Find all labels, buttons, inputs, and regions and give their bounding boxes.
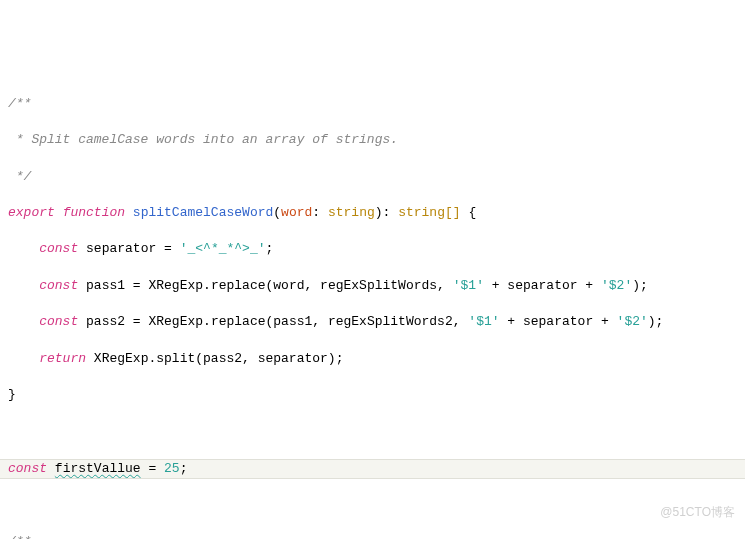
- code-line: const pass1 = XRegExp.replace(word, regE…: [8, 277, 737, 295]
- code-line: [8, 422, 737, 440]
- keyword-export: export: [8, 205, 55, 220]
- code-line: const pass2 = XRegExp.replace(pass1, reg…: [8, 313, 737, 331]
- param: word: [281, 205, 312, 220]
- code-line-highlighted: const firstVallue = 25;: [0, 459, 745, 479]
- code-line: export function splitCamelCaseWord(word:…: [8, 204, 737, 222]
- keyword-const: const: [39, 241, 78, 256]
- var-name: separator: [86, 241, 156, 256]
- keyword-function: function: [63, 205, 125, 220]
- comment: /**: [8, 534, 31, 539]
- keyword-const: const: [39, 278, 78, 293]
- code-line: /**: [8, 95, 737, 113]
- code-line: */: [8, 168, 737, 186]
- code-line: [8, 497, 737, 515]
- string: '$2': [617, 314, 648, 329]
- keyword-return: return: [39, 351, 86, 366]
- watermark: @51CTO博客: [660, 504, 735, 521]
- number: 25: [164, 461, 180, 476]
- var-name: pass1: [86, 278, 125, 293]
- comment: * Split camelCase words into an array of…: [8, 132, 398, 147]
- function-name: splitCamelCaseWord: [133, 205, 273, 220]
- string: '$1': [453, 278, 484, 293]
- string: '$2': [601, 278, 632, 293]
- var-name: pass2: [86, 314, 125, 329]
- string: '$1': [468, 314, 499, 329]
- code-line: /**: [8, 533, 737, 539]
- comment: */: [8, 169, 31, 184]
- code-line: * Split camelCase words into an array of…: [8, 131, 737, 149]
- type: string[]: [398, 205, 460, 220]
- code-line: return XRegExp.split(pass2, separator);: [8, 350, 737, 368]
- var-name-spellcheck-warning: firstVallue: [55, 461, 141, 476]
- type: string: [328, 205, 375, 220]
- keyword-const: const: [8, 461, 47, 476]
- code-line: const separator = '_<^*_*^>_';: [8, 240, 737, 258]
- code-editor[interactable]: /** * Split camelCase words into an arra…: [8, 77, 737, 539]
- keyword-const: const: [39, 314, 78, 329]
- string: '_<^*_*^>_': [180, 241, 266, 256]
- code-line: }: [8, 386, 737, 404]
- comment: /**: [8, 96, 31, 111]
